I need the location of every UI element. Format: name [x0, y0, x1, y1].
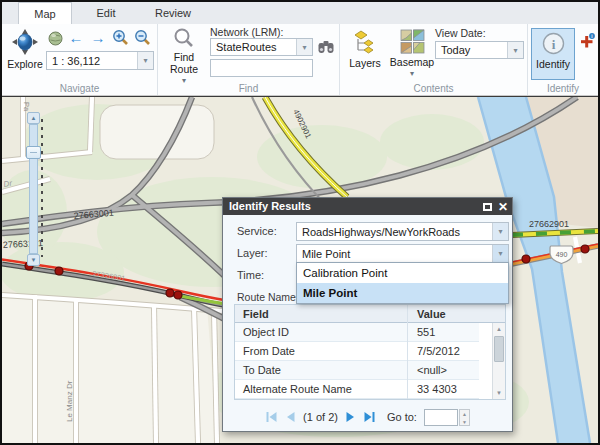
scale-value: 1 : 36,112	[47, 55, 137, 67]
service-combobox[interactable]: RoadsHighways/NewYorkRoads ▾	[296, 222, 509, 241]
layers-label: Layers	[344, 57, 386, 69]
first-page-button[interactable]	[265, 411, 278, 423]
table-scrollbar[interactable]: ▲ ▼	[492, 323, 505, 399]
slider-track[interactable]	[29, 124, 38, 254]
network-lrm-label: Network (LRM):	[210, 26, 284, 38]
last-page-button[interactable]	[363, 411, 376, 423]
identify-label: Identify	[532, 58, 574, 70]
goto-spinner[interactable]: ▲ ▼	[459, 409, 470, 426]
group-navigate: Explore ← →	[2, 24, 158, 95]
chevron-down-icon[interactable]: ▾	[507, 42, 523, 58]
find-route-icon	[173, 27, 195, 49]
dialog-title: Identify Results	[229, 200, 311, 212]
parcel-block	[100, 105, 214, 159]
chevron-down-icon[interactable]: ▾	[492, 245, 508, 262]
network-value: StateRoutes	[211, 41, 296, 53]
previous-page-button[interactable]	[285, 411, 296, 423]
street-label: Le Manz Dr	[65, 380, 74, 422]
basemap-button[interactable]: Basemap ▾	[388, 29, 436, 80]
chevron-down-icon[interactable]: ▾	[388, 68, 436, 80]
spinner-up-icon[interactable]: ▲	[460, 410, 469, 418]
next-page-button[interactable]	[345, 411, 356, 423]
table-row[interactable]: To Date <null>	[235, 361, 479, 380]
tab-edit[interactable]: Edit	[76, 2, 136, 24]
cell-field: From Date	[243, 342, 295, 361]
chevron-down-icon[interactable]: ▾	[492, 223, 508, 240]
scrollbar-thumb[interactable]	[494, 336, 504, 362]
group-contents: Layers	[340, 24, 528, 95]
layer-value: Mile Point	[297, 248, 492, 260]
binoculars-icon	[318, 40, 334, 54]
explore-button[interactable]: Explore	[5, 28, 45, 70]
goto-page-input[interactable]	[424, 409, 458, 426]
ribbon: Map Edit Review Explore	[2, 2, 598, 96]
route-input[interactable]	[210, 59, 313, 77]
chevron-down-icon[interactable]: ▾	[296, 39, 312, 55]
back-extent-button[interactable]: ←	[66, 27, 86, 47]
table-body: Object ID 551 From Date 7/5/2012 To Date…	[235, 323, 492, 399]
dialog-titlebar[interactable]: Identify Results ✕	[223, 198, 512, 215]
basemap-icon	[400, 29, 425, 54]
maximize-icon[interactable]	[483, 203, 492, 211]
scale-combobox[interactable]: 1 : 36,112 ▾	[46, 51, 154, 70]
ribbon-content: Explore ← →	[2, 24, 598, 96]
layers-button[interactable]: Layers	[344, 29, 386, 69]
zoom-out-button[interactable]	[132, 28, 152, 47]
svg-text:i: i	[551, 37, 555, 52]
cell-field: Alternate Route Name	[243, 380, 352, 399]
layer-dropdown-list: Calibration Point Mile Point	[296, 262, 509, 304]
crosshair-info-icon: i	[579, 33, 595, 49]
shield-number: 490	[556, 251, 568, 258]
dropdown-option-calibration-point[interactable]: Calibration Point	[297, 263, 508, 283]
arrow-right-icon: →	[91, 29, 106, 46]
route-name-label: Route Name:	[237, 291, 299, 303]
find-route-label: Find Route	[167, 51, 201, 75]
find-route-button[interactable]: Find Route ▾	[164, 27, 204, 87]
forward-extent-button[interactable]: →	[88, 27, 108, 47]
table-row[interactable]: Object ID 551	[235, 323, 479, 342]
globe-icon	[48, 31, 63, 46]
group-label-find: Find	[158, 83, 339, 94]
chevron-down-icon[interactable]: ▾	[137, 52, 153, 69]
tab-map[interactable]: Map	[18, 2, 72, 24]
cell-field: To Date	[243, 361, 281, 380]
identify-route-button[interactable]: i	[578, 32, 595, 49]
table-header: Field Value	[235, 305, 505, 323]
slider-zoom-in-button[interactable]: ▲	[27, 112, 40, 124]
table-row[interactable]: From Date 7/5/2012	[235, 342, 479, 361]
network-combobox[interactable]: StateRoutes ▾	[210, 38, 313, 56]
cell-value: 7/5/2012	[417, 342, 460, 361]
ribbon-tab-bar: Map Edit Review	[2, 2, 598, 24]
layers-icon	[352, 29, 378, 55]
identify-button[interactable]: i Identify	[531, 28, 575, 80]
service-value: RoadsHighways/NewYorkRoads	[297, 226, 492, 238]
slider-handle[interactable]	[26, 146, 41, 159]
time-label: Time:	[237, 269, 264, 281]
app-window: Map Edit Review Explore	[0, 0, 600, 445]
group-find: Find Route ▾ Network (LRM): StateRoutes …	[158, 24, 340, 95]
basemap-label: Basemap	[388, 56, 436, 68]
view-date-combobox[interactable]: Today ▾	[435, 41, 524, 59]
layer-label: Layer:	[237, 247, 268, 259]
map-zoom-slider[interactable]: ▲ ▼	[26, 112, 41, 266]
goto-label: Go to:	[387, 411, 417, 423]
search-routes-button[interactable]	[317, 39, 335, 55]
pagination-bar: (1 of 2) Go to: ▲ ▼	[223, 406, 512, 428]
slider-zoom-out-button[interactable]: ▼	[27, 254, 40, 266]
explore-label: Explore	[5, 58, 45, 70]
identify-icon: i	[541, 31, 566, 56]
scroll-down-icon[interactable]: ▼	[493, 387, 505, 399]
dropdown-option-mile-point[interactable]: Mile Point	[297, 283, 508, 303]
tab-review[interactable]: Review	[140, 2, 206, 24]
scroll-up-icon[interactable]: ▲	[493, 323, 505, 335]
layer-combobox[interactable]: Mile Point ▾	[296, 244, 509, 263]
view-date-value: Today	[436, 44, 507, 56]
group-label-contents: Contents	[340, 83, 527, 94]
zoom-in-button[interactable]	[110, 28, 130, 47]
spinner-down-icon[interactable]: ▼	[460, 418, 469, 426]
arrow-left-icon: ←	[69, 29, 84, 46]
close-icon[interactable]: ✕	[498, 201, 508, 213]
cell-value: 33 4303	[417, 380, 457, 399]
table-row[interactable]: Alternate Route Name 33 4303	[235, 380, 479, 399]
full-extent-button[interactable]	[46, 29, 64, 47]
